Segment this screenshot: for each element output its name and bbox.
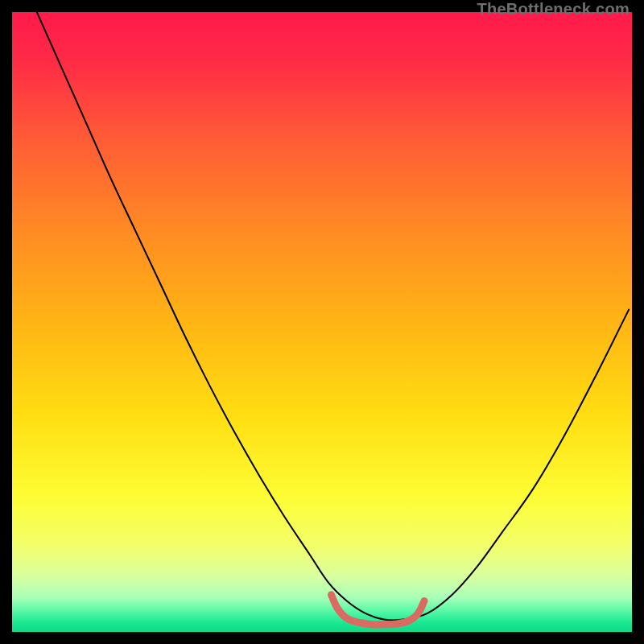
plot-area: [12, 12, 632, 632]
chart-svg: [12, 12, 632, 632]
watermark: TheBottleneck.com: [477, 0, 630, 19]
chart-container: TheBottleneck.com: [0, 0, 644, 644]
gradient-background: [12, 12, 632, 632]
